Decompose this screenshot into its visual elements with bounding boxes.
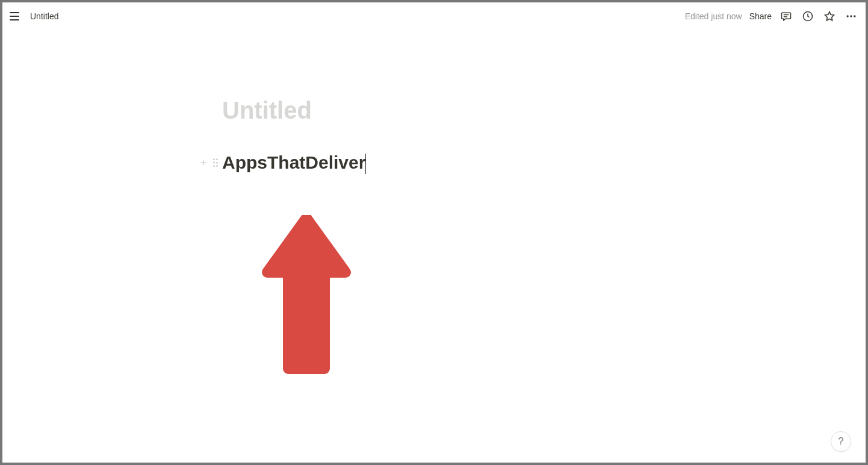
topbar: Untitled Edited just now Share [2, 2, 866, 30]
add-block-icon[interactable] [198, 157, 209, 168]
svg-point-13 [213, 165, 215, 167]
editor-area[interactable]: Untitled [2, 30, 866, 463]
page-content: Untitled [222, 96, 656, 173]
svg-point-12 [216, 162, 218, 164]
page-title-placeholder[interactable]: Untitled [222, 96, 656, 125]
svg-point-11 [213, 162, 215, 164]
svg-point-14 [216, 165, 218, 167]
svg-point-10 [216, 158, 218, 160]
clock-icon[interactable] [801, 9, 815, 23]
heading-block: AppsThatDeliver [198, 152, 656, 173]
heading-text-value: AppsThatDeliver [222, 152, 365, 172]
topbar-left: Untitled [10, 10, 58, 22]
text-cursor [365, 154, 366, 174]
star-icon[interactable] [822, 9, 837, 23]
more-icon[interactable] [844, 9, 858, 23]
svg-point-5 [850, 15, 852, 17]
svg-point-9 [213, 158, 215, 160]
heading-text[interactable]: AppsThatDeliver [222, 152, 365, 173]
arrow-up-annotation [261, 215, 352, 380]
drag-handle-icon[interactable] [211, 157, 220, 168]
breadcrumb-title[interactable]: Untitled [30, 11, 58, 21]
edited-status: Edited just now [685, 11, 742, 21]
comments-icon[interactable] [779, 9, 793, 23]
topbar-right: Edited just now Share [685, 9, 858, 23]
block-controls [198, 157, 222, 168]
share-button[interactable]: Share [749, 11, 772, 21]
svg-marker-3 [825, 11, 834, 20]
svg-point-4 [847, 15, 849, 17]
app-frame: Untitled Edited just now Share [2, 2, 866, 463]
menu-icon[interactable] [10, 10, 22, 22]
help-button[interactable]: ? [831, 431, 851, 452]
svg-point-6 [854, 15, 855, 17]
